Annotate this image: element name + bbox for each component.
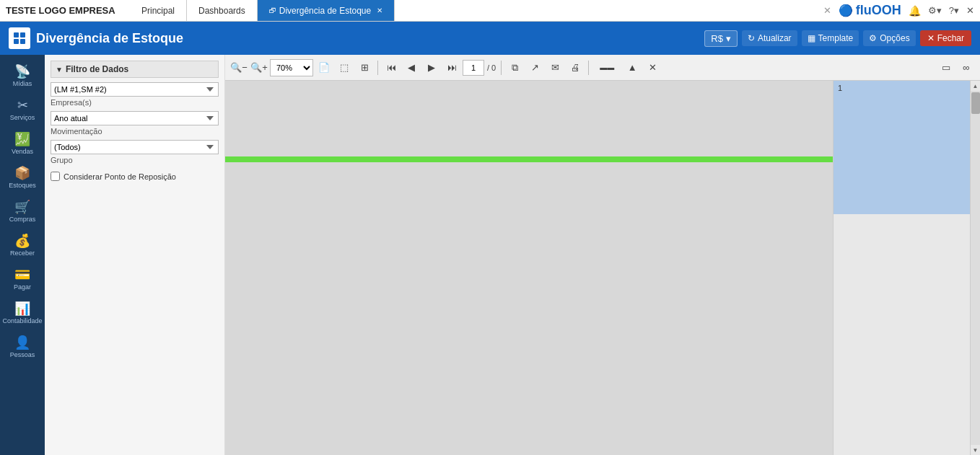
compras-icon: 🛒	[14, 200, 30, 213]
sidebar-item-compras[interactable]: 🛒 Compras	[0, 196, 45, 227]
scroll-up-arrow[interactable]: ▲	[971, 81, 981, 91]
share-button[interactable]: ↗	[525, 58, 544, 77]
up-btn[interactable]: ▲	[623, 58, 642, 77]
print-button[interactable]: 🖨	[566, 58, 585, 77]
midias-icon: 📡	[14, 65, 30, 78]
tab-principal[interactable]: Principal	[130, 0, 187, 21]
empresa-select[interactable]: (LM #1,SM #2)Todos	[51, 82, 219, 97]
pagar-icon: 💳	[14, 268, 30, 281]
movimentacao-label: Movimentação	[51, 127, 219, 136]
page-fit-btn[interactable]: ⬚	[335, 58, 354, 77]
first-page-button[interactable]: ⏮	[382, 58, 401, 77]
scrollbar-thumb[interactable]	[971, 92, 980, 114]
movimentacao-select[interactable]: Ano atualMês atualSemana atual	[51, 111, 219, 125]
sidebar-item-pagar[interactable]: 💳 Pagar	[0, 264, 45, 295]
bell-icon[interactable]: 🔔	[909, 5, 921, 17]
tab-divergencia[interactable]: 🗗 Divergência de Estoque ✕	[258, 0, 395, 21]
zoom-select[interactable]: 50%70%100%150%	[270, 59, 313, 76]
app-close-icon[interactable]: ✕	[966, 5, 974, 16]
title-bar: TESTE LOGO EMPRESA Principal Dashboards …	[0, 0, 980, 22]
svg-rect-0	[14, 32, 19, 37]
sidebar-item-contabilidade[interactable]: 📊 Contabilidade	[0, 298, 45, 329]
green-bar	[225, 156, 833, 162]
sidebar: 📡 Mídias ✂ Serviços 💹 Vendas 📦 Estoques …	[0, 55, 45, 455]
sidebar-item-receber[interactable]: 💰 Receber	[0, 230, 45, 261]
view-mode-btn[interactable]: ∞	[957, 58, 976, 77]
refresh-icon: ↻	[748, 33, 755, 43]
template-icon: ▦	[808, 33, 815, 43]
copy-button[interactable]: ⧉	[505, 58, 524, 77]
filter-checkbox-row: Considerar Ponto de Reposição	[51, 172, 219, 181]
page-normal-btn[interactable]: 📄	[315, 58, 333, 77]
title-close-icon[interactable]: ✕	[823, 5, 831, 16]
servicos-icon: ✂	[17, 99, 28, 112]
email-button[interactable]: ✉	[546, 58, 564, 77]
fechar-icon: ✕	[927, 33, 935, 43]
empresa-label: Empresa(s)	[51, 98, 219, 107]
gear-icon[interactable]: ⚙▾	[928, 5, 942, 16]
fluoo-logo: 🔵 fluOOH	[839, 3, 901, 18]
receber-icon: 💰	[14, 234, 30, 247]
report-area: 1 ▲ ▼	[225, 81, 980, 455]
close-report-btn[interactable]: ✕	[643, 58, 662, 77]
tab-dashboards[interactable]: Dashboards	[187, 0, 258, 21]
vertical-scrollbar[interactable]: ▲ ▼	[970, 81, 980, 455]
atualizar-button[interactable]: ↻ Atualizar	[742, 30, 797, 46]
page-current-input[interactable]	[463, 60, 484, 76]
right-panel-page-num: 1	[838, 84, 842, 92]
panel-toggle-btn[interactable]: ▭	[937, 58, 955, 77]
template-button[interactable]: ▦ Template	[802, 30, 859, 46]
prev-page-button[interactable]: ◀	[402, 58, 421, 77]
contabilidade-icon: 📊	[14, 302, 30, 315]
filter-movimentacao: Ano atualMês atualSemana atual Movimenta…	[51, 111, 219, 136]
scrollbar-track[interactable]	[971, 91, 980, 445]
tab-close-icon[interactable]: ✕	[377, 6, 382, 14]
svg-rect-2	[14, 39, 19, 44]
scroll-down-arrow[interactable]: ▼	[971, 445, 981, 455]
opcoes-icon: ⚙	[869, 33, 877, 43]
sidebar-item-midias[interactable]: 📡 Mídias	[0, 61, 45, 92]
svg-rect-3	[20, 39, 25, 44]
grupo-select[interactable]: (Todos)Grupo 1Grupo 2	[51, 140, 219, 154]
sidebar-item-estoques[interactable]: 📦 Estoques	[0, 162, 45, 193]
page-title: Divergência de Estoque	[36, 31, 699, 46]
vendas-icon: 💹	[14, 133, 30, 146]
header-actions: R$ ▾ ↻ Atualizar ▦ Template ⚙ Opções ✕ F…	[704, 30, 971, 47]
page-actual-btn[interactable]: ⊞	[355, 58, 374, 77]
header-bar: Divergência de Estoque R$ ▾ ↻ Atualizar …	[0, 22, 980, 55]
right-panel-blue: 1	[834, 81, 970, 214]
right-panel: 1	[833, 81, 970, 455]
sidebar-item-servicos[interactable]: ✂ Serviços	[0, 94, 45, 125]
content-area: 🔍− 🔍+ 50%70%100%150% 📄 ⬚ ⊞ ⏮ ◀ ▶ ⏭ / 0 ⧉…	[225, 55, 980, 455]
app-module-icon	[9, 27, 30, 49]
filter-empresa: (LM #1,SM #2)Todos Empresa(s)	[51, 82, 219, 107]
considerar-checkbox[interactable]	[51, 172, 60, 181]
opcoes-button[interactable]: ⚙ Opções	[863, 30, 915, 46]
currency-selector[interactable]: R$ ▾	[704, 30, 738, 47]
estoques-icon: 📦	[14, 167, 30, 180]
app-logo: TESTE LOGO EMPRESA	[6, 5, 121, 16]
sidebar-item-vendas[interactable]: 💹 Vendas	[0, 128, 45, 159]
title-right-icons: ✕ 🔵 fluOOH 🔔 ⚙▾ ?▾ ✕	[823, 3, 974, 18]
sidebar-item-pessoas[interactable]: 👤 Pessoas	[0, 332, 45, 363]
last-page-button[interactable]: ⏭	[442, 58, 461, 77]
considerar-label[interactable]: Considerar Ponto de Reposição	[64, 172, 176, 181]
filter-collapse-icon[interactable]: ▼	[56, 66, 63, 74]
nav-tabs: Principal Dashboards 🗗 Divergência de Es…	[130, 0, 395, 21]
next-page-button[interactable]: ▶	[422, 58, 441, 77]
filter-panel: ▼ Filtro de Dados (LM #1,SM #2)Todos Emp…	[45, 55, 225, 455]
toolbar: 🔍− 🔍+ 50%70%100%150% 📄 ⬚ ⊞ ⏮ ◀ ▶ ⏭ / 0 ⧉…	[225, 55, 980, 81]
report-canvas	[225, 81, 833, 455]
page-total: / 0	[486, 63, 497, 72]
pessoas-icon: 👤	[14, 336, 30, 349]
main-layout: 📡 Mídias ✂ Serviços 💹 Vendas 📦 Estoques …	[0, 55, 980, 455]
zoom-out-button[interactable]: 🔍−	[229, 58, 248, 77]
filter-header: ▼ Filtro de Dados	[51, 61, 219, 78]
svg-rect-1	[20, 32, 25, 37]
zoom-in-button[interactable]: 🔍+	[250, 58, 268, 77]
help-icon[interactable]: ?▾	[949, 5, 959, 16]
filter-grupo: (Todos)Grupo 1Grupo 2 Grupo	[51, 140, 219, 164]
grupo-label: Grupo	[51, 156, 219, 164]
fechar-button[interactable]: ✕ Fechar	[920, 30, 971, 46]
field-btn[interactable]: ▬▬	[592, 58, 621, 77]
